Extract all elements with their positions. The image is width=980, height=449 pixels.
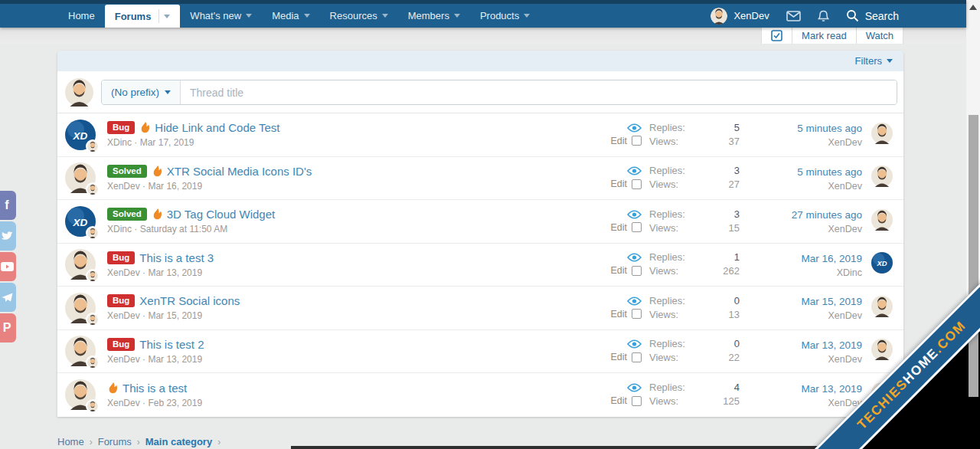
last-post-time-link[interactable]: Mar 15, 2019	[801, 296, 862, 307]
last-post-author[interactable]: XenDev	[740, 181, 862, 192]
edit-checkbox[interactable]	[632, 309, 642, 319]
nav-resources[interactable]: Resources	[320, 4, 398, 28]
thread-author[interactable]: XenDev	[107, 267, 140, 278]
avatar-mini[interactable]	[86, 399, 100, 413]
facebook-icon[interactable]: f	[0, 191, 16, 220]
avatar-mini[interactable]	[871, 339, 893, 360]
edit-link[interactable]: Edit	[610, 352, 627, 362]
last-post-time-link[interactable]: 5 minutes ago	[797, 166, 862, 178]
edit-checkbox[interactable]	[632, 136, 642, 146]
prefix-badge-solved[interactable]: Solved	[107, 208, 147, 221]
edit-checkbox[interactable]	[632, 352, 642, 362]
thread-author[interactable]: XenDev	[107, 310, 140, 321]
breadcrumb-main-category[interactable]: Main category	[145, 436, 212, 447]
last-post-time-link[interactable]: 27 minutes ago	[792, 209, 862, 221]
last-post-time-link[interactable]: Mar 16, 2019	[801, 253, 862, 264]
avatar-mini[interactable]	[871, 296, 893, 317]
prefix-badge-bug[interactable]: Bug	[107, 338, 135, 351]
mark-read-button[interactable]: Mark read	[792, 28, 857, 44]
thread-title-link[interactable]: This is a test 3	[139, 251, 214, 264]
edit-link[interactable]: Edit	[610, 222, 627, 233]
avatar-mini[interactable]	[86, 226, 100, 240]
hot-thread-icon	[153, 166, 162, 177]
edit-checkbox[interactable]	[632, 179, 642, 189]
thread-date: Mar 13, 2019	[142, 267, 202, 278]
alerts-button[interactable]	[818, 10, 829, 22]
scrollbar-thumb[interactable]	[969, 115, 978, 397]
telegram-icon[interactable]	[0, 283, 16, 312]
nav-products[interactable]: Products	[470, 4, 540, 28]
last-post-time-link[interactable]: 5 minutes ago	[797, 123, 862, 134]
thread-title-link[interactable]: XTR Social Media Icons ID's	[167, 165, 312, 178]
thread-title-link[interactable]: XenTR Social icons	[139, 294, 240, 307]
avatar-mini[interactable]	[86, 269, 100, 283]
avatar-mini-xdinc[interactable]	[871, 252, 893, 274]
filters-button[interactable]: Filters	[855, 55, 893, 67]
thread-row: Bug Hide Link and Code Test XDinc Mar 17…	[57, 113, 903, 157]
avatar-mini[interactable]	[86, 313, 100, 326]
nav-members[interactable]: Members	[398, 4, 470, 28]
breadcrumb-forums[interactable]: Forums	[98, 436, 132, 447]
avatar-mini[interactable]	[86, 139, 100, 153]
chevron-down-icon[interactable]	[164, 15, 170, 18]
nav-home[interactable]: Home	[58, 4, 105, 28]
avatar[interactable]	[65, 78, 93, 107]
breadcrumb-home[interactable]: Home	[57, 436, 84, 447]
thread-title-link[interactable]: 3D Tag Cloud Widget	[167, 208, 275, 221]
thread-title-link[interactable]: This is test 2	[139, 338, 204, 351]
last-post-author[interactable]: XenDev	[740, 310, 862, 321]
prefix-badge-bug[interactable]: Bug	[107, 294, 135, 307]
thread-author[interactable]: XenDev	[107, 398, 140, 408]
last-post-author[interactable]: XenDev	[740, 354, 862, 365]
avatar-mini[interactable]	[871, 123, 893, 144]
select-all-button[interactable]	[762, 28, 792, 44]
pinterest-icon[interactable]: P	[0, 313, 16, 342]
prefix-badge-bug[interactable]: Bug	[107, 121, 135, 134]
avatar-mini[interactable]	[871, 166, 893, 187]
youtube-icon[interactable]	[0, 252, 16, 281]
account-menu[interactable]: XenDev	[710, 8, 769, 25]
search-button[interactable]: Search	[846, 9, 899, 22]
scroll-up-arrow-icon[interactable]	[969, 5, 977, 10]
prefix-badge-solved[interactable]: Solved	[107, 165, 147, 178]
thread-meta: XenDev Mar 13, 2019	[107, 267, 605, 278]
main-navbar: Home Forums What's new Media Resources M…	[0, 0, 966, 28]
last-post-time-link[interactable]: Mar 13, 2019	[801, 383, 862, 395]
twitter-icon[interactable]	[0, 221, 16, 251]
nav-whats-new[interactable]: What's new	[180, 4, 262, 28]
last-post-author[interactable]: XenDev	[740, 137, 862, 148]
thread-author[interactable]: XDinc	[107, 224, 132, 234]
prefix-dropdown[interactable]: (No prefix)	[102, 80, 181, 104]
thread-author[interactable]: XenDev	[107, 181, 140, 192]
prefix-badge-bug[interactable]: Bug	[107, 251, 135, 264]
thread-title-link[interactable]: This is a test	[122, 382, 187, 395]
edit-checkbox[interactable]	[632, 266, 642, 276]
edit-link[interactable]: Edit	[610, 179, 627, 189]
edit-link[interactable]: Edit	[610, 136, 627, 146]
nav-media-label: Media	[272, 10, 299, 21]
inbox-button[interactable]	[786, 11, 801, 21]
thread-main: Bug XenTR Social icons XenDev Mar 15, 20…	[101, 294, 605, 321]
avatar-mini[interactable]	[86, 182, 100, 196]
last-post-author[interactable]: XDinc	[740, 267, 862, 278]
avatar-mini[interactable]	[86, 356, 100, 369]
thread-stats: Replies:0 Views:13	[649, 294, 740, 322]
thread-controls: Edit	[605, 383, 649, 406]
thread-title-input[interactable]	[181, 80, 897, 104]
edit-link[interactable]: Edit	[610, 309, 627, 320]
last-post-author[interactable]: XenDev	[740, 398, 862, 408]
last-post-time-link[interactable]: Mar 13, 2019	[801, 339, 862, 351]
thread-author[interactable]: XDinc	[107, 137, 132, 148]
edit-checkbox[interactable]	[632, 222, 642, 232]
thread-author[interactable]: XenDev	[107, 354, 140, 365]
nav-media[interactable]: Media	[262, 4, 319, 28]
last-post-author[interactable]: XenDev	[740, 224, 862, 234]
thread-date: Mar 15, 2019	[142, 310, 202, 321]
nav-forums[interactable]: Forums	[105, 5, 181, 28]
thread-title-link[interactable]: Hide Link and Code Test	[155, 121, 279, 134]
edit-link[interactable]: Edit	[610, 265, 627, 276]
edit-link[interactable]: Edit	[610, 395, 627, 406]
watch-button[interactable]: Watch	[857, 28, 903, 44]
edit-checkbox[interactable]	[632, 396, 642, 406]
avatar-mini[interactable]	[871, 209, 893, 231]
